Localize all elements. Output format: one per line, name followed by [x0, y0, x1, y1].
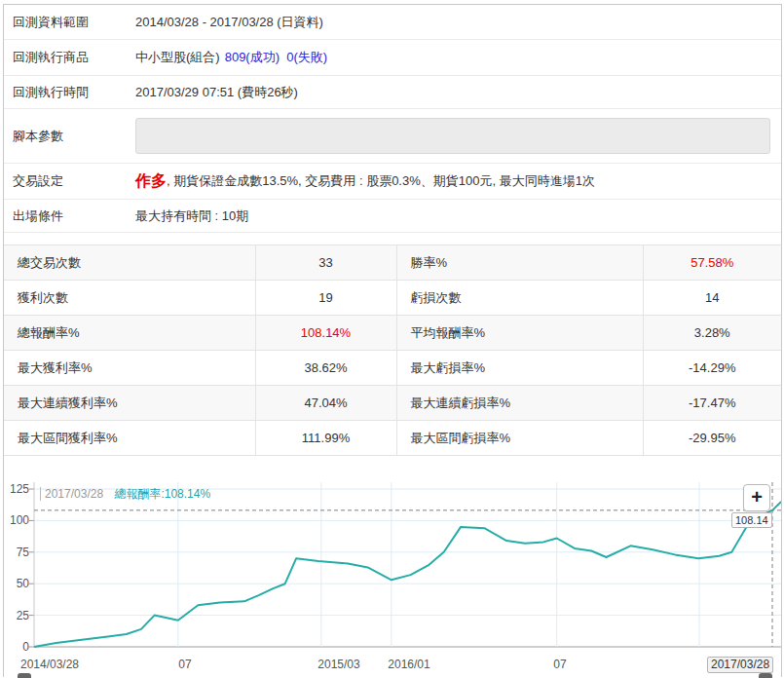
stat-label: 虧損次數 — [396, 281, 643, 316]
row-trade-settings: 交易設定 作多 , 期貨保證金成數13.5%, 交易費用 : 股票0.3%、期貨… — [4, 164, 781, 200]
stat-value: -17.47% — [643, 386, 781, 421]
stat-value: 19 — [255, 281, 396, 316]
marker-value-label: 108.14 — [731, 512, 772, 528]
product-label: 回測執行商品 — [13, 49, 135, 66]
row-script-params: 腳本參數 — [4, 109, 781, 164]
pan-handle-right[interactable] — [759, 673, 772, 678]
stat-label: 總報酬率% — [4, 316, 255, 351]
row-data-range: 回測資料範圍 2014/03/28 - 2017/03/28 (日資料) — [4, 5, 781, 40]
table-row: 最大區間獲利率% 111.99% 最大區間虧損率% -29.95% — [4, 421, 781, 456]
y-axis-tick: 25 — [4, 609, 29, 622]
y-axis-tick: 125 — [4, 482, 29, 496]
exec-time-label: 回測執行時間 — [13, 84, 135, 101]
y-axis-tick: 75 — [4, 546, 29, 559]
product-result-link[interactable]: 809(成功) 0(失敗) — [225, 49, 327, 66]
chart-tooltip: 2017/03/28 總報酬率:108.14% — [40, 486, 210, 503]
stat-value: 3.28% — [643, 316, 781, 351]
trade-settings-value: , 期貨保證金成數13.5%, 交易費用 : 股票0.3%、期貨100元, 最大… — [167, 172, 595, 190]
script-params-label: 腳本參數 — [13, 128, 135, 145]
exit-condition-value: 最大持有時間 : 10期 — [135, 207, 248, 225]
x-axis-tick: 2016/01 — [365, 658, 453, 671]
stat-value: 14 — [643, 281, 781, 316]
stat-label: 獲利次數 — [4, 281, 255, 316]
table-row: 最大連續獲利率% 47.04% 最大連續虧損率% -17.47% — [4, 386, 781, 421]
stat-label: 平均報酬率% — [396, 316, 643, 351]
return-chart[interactable]: 125 100 75 50 25 0 2014/03/28 07 2015/03… — [4, 473, 781, 677]
stat-label: 最大區間獲利率% — [4, 421, 255, 456]
stat-label: 最大獲利率% — [4, 351, 255, 386]
zoom-in-button[interactable]: + — [743, 484, 770, 511]
stat-value: -29.95% — [643, 421, 781, 456]
stat-value: 108.14% — [255, 316, 396, 351]
row-product: 回測執行商品 中小型股(組合) 809(成功) 0(失敗) — [4, 40, 781, 76]
backtest-report-panel: 回測資料範圍 2014/03/28 - 2017/03/28 (日資料) 回測執… — [3, 4, 782, 677]
stat-label: 最大連續獲利率% — [4, 386, 255, 421]
trade-settings-label: 交易設定 — [13, 172, 135, 190]
x-axis-tick: 07 — [516, 658, 604, 671]
data-range-label: 回測資料範圍 — [13, 14, 135, 31]
data-range-value: 2014/03/28 - 2017/03/28 (日資料) — [135, 14, 323, 31]
script-params-input[interactable] — [135, 118, 770, 154]
stat-value: 47.04% — [255, 386, 396, 421]
table-row: 總報酬率% 108.14% 平均報酬率% 3.28% — [4, 316, 781, 351]
stat-value: -14.29% — [643, 351, 781, 386]
stat-value: 38.62% — [255, 351, 396, 386]
stat-label: 勝率% — [396, 245, 643, 281]
stat-value: 111.99% — [255, 421, 396, 456]
crosshair-date-label: 2017/03/28 — [707, 657, 773, 673]
row-exec-time: 回測執行時間 2017/03/29 07:51 (費時26秒) — [4, 76, 781, 109]
trade-direction-value: 作多 — [135, 171, 167, 192]
stat-label: 最大虧損率% — [396, 351, 643, 386]
tooltip-date: 2017/03/28 — [40, 487, 103, 501]
table-row: 最大獲利率% 38.62% 最大虧損率% -14.29% — [4, 351, 781, 386]
stat-label: 最大連續虧損率% — [396, 386, 643, 421]
y-axis-tick: 50 — [4, 577, 29, 590]
stat-value: 57.58% — [643, 245, 781, 281]
stat-label: 總交易次數 — [4, 245, 255, 281]
pan-handle-left[interactable] — [18, 673, 31, 678]
row-exit-condition: 出場條件 最大持有時間 : 10期 — [4, 200, 781, 233]
y-axis-tick: 0 — [4, 640, 29, 654]
stat-label: 最大區間虧損率% — [396, 421, 643, 456]
x-axis-tick: 2014/03/28 — [6, 658, 93, 671]
table-row: 總交易次數 33 勝率% 57.58% — [4, 245, 781, 281]
product-value: 中小型股(組合) — [135, 49, 220, 66]
exit-condition-label: 出場條件 — [13, 207, 135, 225]
x-axis-tick: 07 — [141, 658, 229, 671]
stat-value: 33 — [255, 245, 396, 281]
y-axis-tick: 100 — [4, 513, 29, 527]
stats-table: 總交易次數 33 勝率% 57.58% 獲利次數 19 虧損次數 14 總報酬率… — [4, 245, 781, 456]
exec-time-value: 2017/03/29 07:51 (費時26秒) — [135, 84, 298, 101]
return-line-chart-canvas[interactable] — [4, 473, 781, 677]
table-row: 獲利次數 19 虧損次數 14 — [4, 281, 781, 316]
tooltip-value: 總報酬率:108.14% — [114, 487, 210, 501]
